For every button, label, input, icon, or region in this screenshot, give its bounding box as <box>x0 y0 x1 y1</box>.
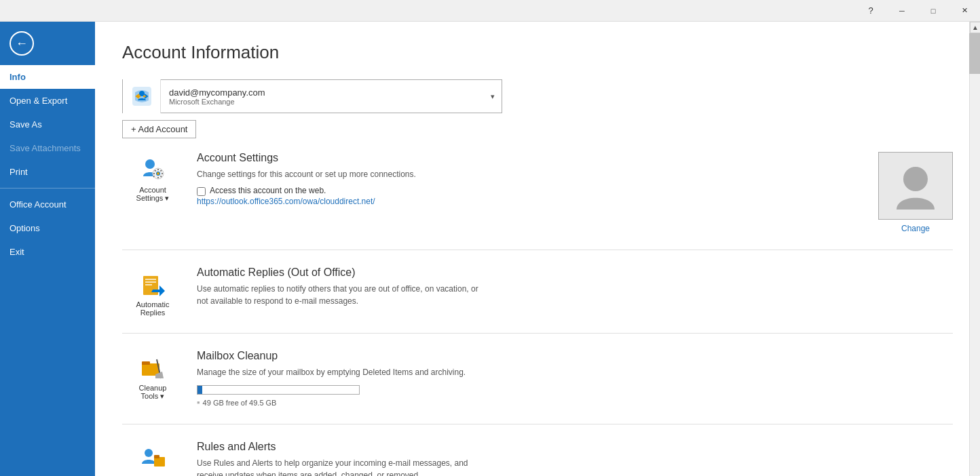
back-button[interactable]: ← <box>3 24 41 62</box>
account-type: Microsoft Exchange <box>169 98 483 106</box>
account-settings-desc: Change settings for this account or set … <box>197 168 482 180</box>
rules-alerts-title: Rules and Alerts <box>197 441 953 453</box>
account-dropdown-arrow[interactable]: ▾ <box>491 92 502 101</box>
main-content: Account Information david@mycompany.com … <box>95 22 980 476</box>
account-settings-icon <box>139 156 166 183</box>
account-settings-section: Account Settings ▾ Account Settings Chan… <box>122 152 953 250</box>
sidebar-item-office-account[interactable]: Office Account <box>0 193 95 216</box>
page-title: Account Information <box>122 42 953 63</box>
owa-link[interactable]: https://outlook.office365.com/owa/cloudd… <box>197 197 375 206</box>
account-icon-box <box>123 79 161 113</box>
account-settings-title: Account Settings <box>197 152 851 164</box>
scrollbar-thumb[interactable] <box>969 33 980 74</box>
automatic-replies-icon <box>139 271 166 298</box>
storage-bar-outer <box>197 385 360 395</box>
account-settings-icon-box[interactable]: Account Settings ▾ <box>122 152 183 203</box>
automatic-replies-section: Automatic Replies Automatic Replies (Out… <box>122 266 953 334</box>
sidebar-divider <box>0 188 95 189</box>
web-access-label: Access this account on the web. <box>210 186 326 195</box>
sidebar-item-save-attachments: Save Attachments <box>0 136 95 160</box>
automatic-replies-title: Automatic Replies (Out of Office) <box>197 266 953 279</box>
scrollbar-up[interactable]: ▲ <box>970 22 980 33</box>
svg-point-2 <box>145 159 155 169</box>
automatic-replies-icon-label: Automatic Replies <box>136 300 170 317</box>
add-account-button[interactable]: + Add Account <box>122 120 196 138</box>
cleanup-tools-icon-box[interactable]: Cleanup Tools ▾ <box>122 350 183 401</box>
account-selector[interactable]: david@mycompany.com Microsoft Exchange ▾ <box>122 79 502 113</box>
automatic-replies-desc: Use automatic replies to notify others t… <box>197 283 482 307</box>
storage-text: ▪ 49 GB free of 49.5 GB <box>197 397 953 408</box>
sidebar-nav: Info Open & Export Save As Save Attachme… <box>0 65 95 476</box>
storage-bar-container: ▪ 49 GB free of 49.5 GB <box>197 385 953 408</box>
rules-alerts-icon <box>139 445 166 472</box>
maximize-btn[interactable]: □ <box>918 0 949 22</box>
cleanup-tools-icon-label: Cleanup Tools ▾ <box>139 384 167 401</box>
back-icon: ← <box>10 31 34 56</box>
cleanup-tools-icon <box>139 354 166 381</box>
sidebar-item-options[interactable]: Options <box>0 216 95 240</box>
rules-alerts-section: Manage Rules & Alerts Rules and Alerts U… <box>122 441 953 476</box>
mailbox-cleanup-section: Cleanup Tools ▾ Mailbox Cleanup Manage t… <box>122 350 953 424</box>
rules-alerts-body: Rules and Alerts Use Rules and Alerts to… <box>197 441 953 476</box>
minimize-btn[interactable]: ─ <box>886 0 918 22</box>
change-photo-link[interactable]: Change <box>901 224 930 233</box>
svg-rect-8 <box>145 279 156 280</box>
account-settings-checkbox-row: Access this account on the web. <box>197 186 851 196</box>
mailbox-cleanup-desc: Manage the size of your mailbox by empty… <box>197 366 482 378</box>
svg-rect-15 <box>154 457 165 467</box>
svg-rect-10 <box>145 284 152 285</box>
mailbox-cleanup-body: Mailbox Cleanup Manage the size of your … <box>197 350 953 408</box>
sidebar-item-info[interactable]: Info <box>0 65 95 89</box>
storage-bar-inner <box>197 386 202 394</box>
web-access-checkbox[interactable] <box>197 187 206 196</box>
profile-picture <box>878 152 953 220</box>
account-text: david@mycompany.com Microsoft Exchange <box>161 85 491 108</box>
scrollbar-track: ▲ ▼ <box>969 22 980 476</box>
automatic-replies-icon-box[interactable]: Automatic Replies <box>122 266 183 317</box>
mailbox-cleanup-title: Mailbox Cleanup <box>197 350 953 362</box>
rules-alerts-icon-box[interactable]: Manage Rules & Alerts <box>122 441 183 476</box>
title-bar: ? ─ □ ✕ <box>0 0 980 22</box>
sidebar-item-exit[interactable]: Exit <box>0 240 95 264</box>
profile-area: Change <box>878 152 953 233</box>
account-settings-icon-label: Account Settings ▾ <box>136 186 170 203</box>
sidebar-item-open-export[interactable]: Open & Export <box>0 89 95 113</box>
svg-point-5 <box>157 172 159 175</box>
rules-alerts-desc: Use Rules and Alerts to help organize yo… <box>197 457 482 476</box>
svg-rect-12 <box>142 361 150 365</box>
svg-rect-16 <box>154 455 159 458</box>
sidebar-item-save-as[interactable]: Save As <box>0 113 95 136</box>
close-btn[interactable]: ✕ <box>949 0 980 22</box>
svg-point-6 <box>903 167 928 191</box>
svg-point-14 <box>145 449 153 457</box>
svg-rect-9 <box>145 281 156 283</box>
account-email: david@mycompany.com <box>169 87 483 98</box>
automatic-replies-body: Automatic Replies (Out of Office) Use au… <box>197 266 953 307</box>
sidebar-item-print[interactable]: Print <box>0 160 95 184</box>
help-btn[interactable]: ? <box>855 0 886 22</box>
sidebar: ← Info Open & Export Save As Save Attach… <box>0 22 95 476</box>
exchange-icon <box>131 85 153 107</box>
account-settings-body: Account Settings Change settings for thi… <box>197 152 851 206</box>
